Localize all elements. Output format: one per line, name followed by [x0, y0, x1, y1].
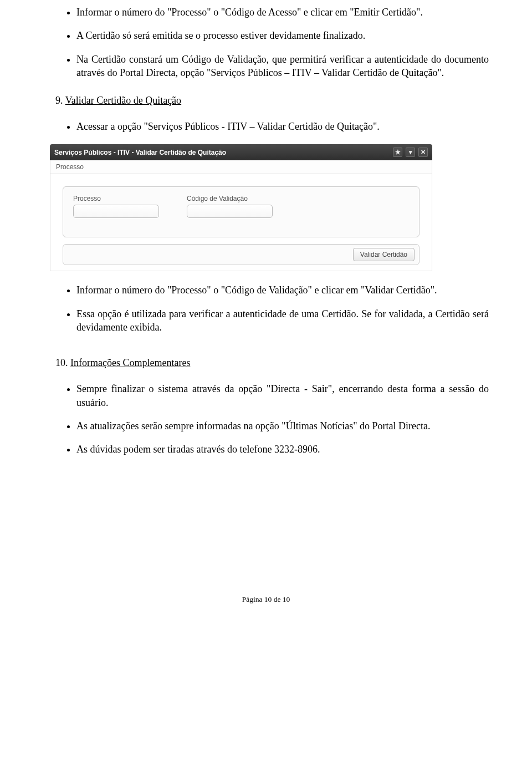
list-item: As dúvidas podem ser tiradas através do …	[76, 443, 489, 456]
section-10-heading: 10. Informações Complementares	[43, 357, 489, 369]
section-10-bullets: Sempre finalizar o sistema através da op…	[43, 382, 489, 456]
favorite-icon[interactable]: ★	[393, 148, 402, 157]
section-9-bullets-post: Informar o número do "Processo" o "Códig…	[43, 283, 489, 334]
list-item: Na Certidão constará um Código de Valida…	[76, 53, 489, 80]
codigo-label: Código de Validação	[187, 195, 273, 202]
list-item: Informar o número do "Processo" o "Códig…	[76, 6, 489, 19]
processo-input[interactable]	[73, 205, 159, 218]
list-item: As atualizações serão sempre informadas …	[76, 419, 489, 433]
screenshot-window: Serviços Públicos - ITIV - Validar Certi…	[50, 144, 432, 271]
section-title: Informações Complementares	[70, 357, 190, 368]
window-controls: ★ ▾ ✕	[393, 148, 428, 157]
page-footer: Página 10 de 10	[43, 595, 489, 604]
list-item: Acessar a opção "Serviços Públicos - ITI…	[76, 120, 489, 133]
section-9-bullets-pre: Acessar a opção "Serviços Públicos - ITI…	[43, 120, 489, 133]
form-panel: Processo Código de Validação	[63, 186, 420, 237]
processo-field-group: Processo	[73, 195, 159, 218]
section-number: 10.	[55, 357, 68, 368]
codigo-validacao-input[interactable]	[187, 205, 273, 218]
list-item: Informar o número do "Processo" o "Códig…	[76, 283, 489, 297]
window-body: Processo Código de Validação Validar Cer…	[50, 174, 432, 271]
dropdown-icon[interactable]: ▾	[406, 148, 415, 157]
window-title: Serviços Públicos - ITIV - Validar Certi…	[54, 149, 226, 156]
validar-certidao-button[interactable]: Validar Certidão	[353, 248, 415, 261]
processo-label: Processo	[73, 195, 159, 202]
list-item: A Certidão só será emitida se o processo…	[76, 29, 489, 42]
close-icon[interactable]: ✕	[418, 148, 428, 157]
list-item: Sempre finalizar o sistema através da op…	[76, 382, 489, 409]
section-number: 9.	[55, 95, 63, 106]
codigo-field-group: Código de Validação	[187, 195, 273, 218]
intro-bullet-list: Informar o número do "Processo" o "Códig…	[43, 6, 489, 79]
list-item: Essa opção é utilizada para verificar a …	[76, 307, 489, 334]
toolbar-menu-item[interactable]: Processo	[56, 163, 84, 171]
section-9-heading: 9. Validar Certidão de Quitação	[43, 95, 489, 106]
window-titlebar: Serviços Públicos - ITIV - Validar Certi…	[50, 144, 432, 160]
window-toolbar: Processo	[50, 160, 432, 174]
section-title: Validar Certidão de Quitação	[65, 95, 181, 106]
action-panel: Validar Certidão	[63, 244, 420, 265]
